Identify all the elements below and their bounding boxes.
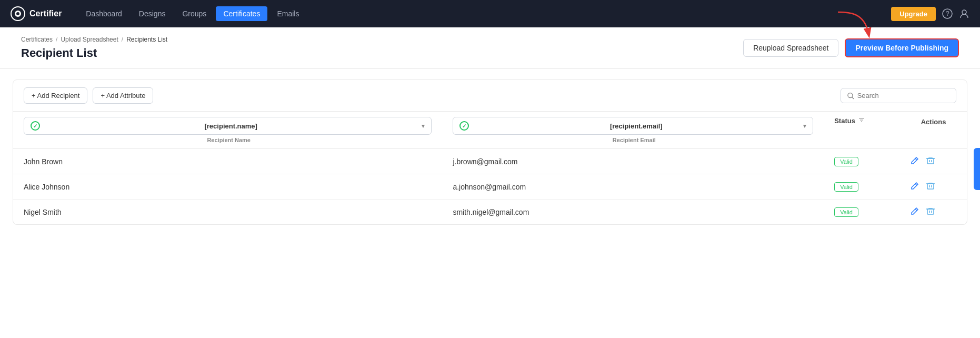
email-check-icon xyxy=(459,121,469,131)
name-col-sublabel: Recipient Name xyxy=(24,137,432,143)
nav-dashboard[interactable]: Dashboard xyxy=(78,6,129,21)
certifier-logo-icon xyxy=(11,6,25,21)
name-col-chevron-icon: ▾ xyxy=(422,123,425,130)
row-2-actions xyxy=(900,174,967,200)
brand-name: Certifier xyxy=(29,9,62,18)
row-2-edit-icon[interactable] xyxy=(911,182,919,192)
row-3-name: Nigel Smith xyxy=(13,200,442,225)
svg-line-12 xyxy=(915,158,917,160)
row-3-email: smith.nigel@gmail.com xyxy=(442,200,824,225)
row-3-status-badge: Valid xyxy=(834,207,858,217)
nav-designs[interactable]: Designs xyxy=(132,6,173,21)
row-3-actions xyxy=(900,200,967,225)
actions-label: Actions xyxy=(921,118,946,126)
add-recipient-button[interactable]: + Add Recipient xyxy=(24,87,87,104)
name-column-header: [recipient.name] ▾ Recipient Name xyxy=(13,112,442,149)
svg-line-17 xyxy=(915,184,917,185)
reupload-button[interactable]: Reupload Spreadsheet xyxy=(743,39,838,57)
name-col-value: [recipient.name] xyxy=(44,122,417,130)
navbar: Certifier Dashboard Designs Groups Certi… xyxy=(0,0,980,27)
email-col-value: [recipient.email] xyxy=(473,122,799,130)
help-icon[interactable]: ? xyxy=(942,8,953,19)
table-body: John Brown j.brown@gmail.com Valid xyxy=(13,149,967,225)
row-2-delete-icon[interactable] xyxy=(926,182,935,192)
row-2-email: a.johnson@gmail.com xyxy=(442,174,824,200)
row-2-status-badge: Valid xyxy=(834,182,858,192)
status-column-header: Status xyxy=(824,112,900,149)
row-1-status-badge: Valid xyxy=(834,157,858,166)
table-toolbar: + Add Recipient + Add Attribute xyxy=(13,80,967,112)
row-3-delete-icon[interactable] xyxy=(926,207,935,217)
row-2-name: Alice Johnson xyxy=(13,174,442,200)
row-1-delete-icon[interactable] xyxy=(926,156,935,166)
user-icon[interactable] xyxy=(959,8,969,19)
table-row: John Brown j.brown@gmail.com Valid xyxy=(13,149,967,174)
header-left: Certificates / Upload Spreadsheet / Reci… xyxy=(21,36,167,60)
table-row: Alice Johnson a.johnson@gmail.com Valid xyxy=(13,174,967,200)
breadcrumb-sep-1: / xyxy=(56,36,57,43)
row-2-status: Valid xyxy=(824,174,900,200)
svg-rect-13 xyxy=(927,158,934,164)
svg-rect-23 xyxy=(927,209,934,214)
scroll-indicator[interactable] xyxy=(974,148,980,190)
breadcrumb-sep-2: / xyxy=(122,36,123,43)
email-column-header: [recipient.email] ▾ Recipient Email xyxy=(442,112,824,149)
preview-button[interactable]: Preview Before Publishing xyxy=(845,38,959,57)
header-actions: Reupload Spreadsheet Preview Before Publ… xyxy=(743,38,959,57)
table-section: + Add Recipient + Add Attribute [recipie… xyxy=(13,79,967,225)
upgrade-button[interactable]: Upgrade xyxy=(891,7,936,21)
filter-icon[interactable] xyxy=(858,117,865,125)
name-column-select[interactable]: [recipient.name] ▾ xyxy=(24,117,432,135)
name-check-icon xyxy=(31,121,40,131)
svg-point-5 xyxy=(962,10,966,14)
data-table: [recipient.name] ▾ Recipient Name [recip… xyxy=(13,112,967,224)
column-header-row: [recipient.name] ▾ Recipient Name [recip… xyxy=(13,112,967,149)
svg-line-22 xyxy=(915,209,917,211)
status-label: Status xyxy=(834,117,855,125)
breadcrumb-current: Recipients List xyxy=(126,36,167,43)
actions-column-header: Actions xyxy=(900,112,967,149)
search-icon xyxy=(847,92,854,100)
svg-rect-18 xyxy=(927,184,934,189)
row-1-name: John Brown xyxy=(13,149,442,174)
navbar-right: Upgrade ? xyxy=(891,7,969,21)
row-1-edit-icon[interactable] xyxy=(911,156,919,166)
brand-logo-area: Certifier xyxy=(11,6,62,21)
email-col-sublabel: Recipient Email xyxy=(453,137,813,143)
table-row: Nigel Smith smith.nigel@gmail.com Valid xyxy=(13,200,967,225)
row-3-edit-icon[interactable] xyxy=(911,207,919,217)
page-container: Certificates / Upload Spreadsheet / Reci… xyxy=(0,27,980,338)
row-3-status: Valid xyxy=(824,200,900,225)
email-column-select[interactable]: [recipient.email] ▾ xyxy=(453,117,813,135)
nav-groups[interactable]: Groups xyxy=(175,6,214,21)
nav-links: Dashboard Designs Groups Certificates Em… xyxy=(78,6,874,21)
svg-point-2 xyxy=(16,12,19,15)
breadcrumb-upload[interactable]: Upload Spreadsheet xyxy=(61,36,118,43)
row-1-actions xyxy=(900,149,967,174)
row-1-status: Valid xyxy=(824,149,900,174)
email-col-chevron-icon: ▾ xyxy=(803,123,806,130)
svg-text:?: ? xyxy=(946,10,949,17)
search-box xyxy=(841,88,956,103)
search-input[interactable] xyxy=(857,92,949,100)
breadcrumb: Certificates / Upload Spreadsheet / Reci… xyxy=(21,36,167,43)
page-header: Certificates / Upload Spreadsheet / Reci… xyxy=(0,27,980,69)
page-title: Recipient List xyxy=(21,46,167,60)
breadcrumb-certificates[interactable]: Certificates xyxy=(21,36,53,43)
nav-certificates[interactable]: Certificates xyxy=(216,6,267,21)
row-1-email: j.brown@gmail.com xyxy=(442,149,824,174)
nav-emails[interactable]: Emails xyxy=(269,6,306,21)
add-attribute-button[interactable]: + Add Attribute xyxy=(93,87,153,104)
svg-line-8 xyxy=(852,97,854,98)
